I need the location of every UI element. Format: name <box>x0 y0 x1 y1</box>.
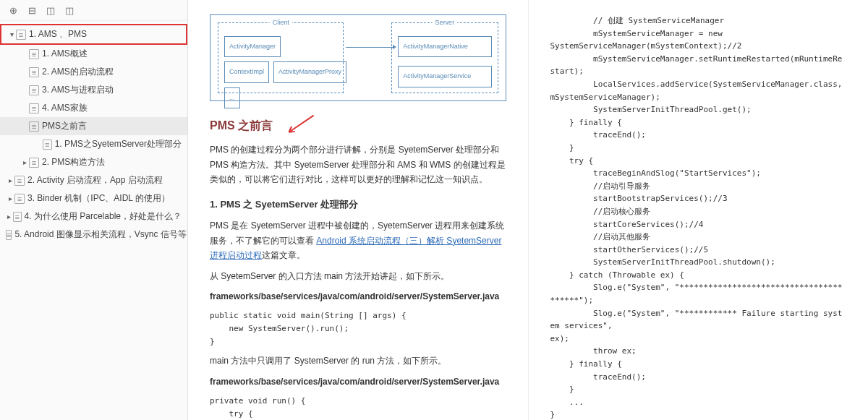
diagram-client-group: Client ActivityManager ContextImpl Activ… <box>218 22 344 93</box>
outline-item[interactable]: ▸≡2. PMS构造方法 <box>0 153 187 171</box>
outline-item-label: 4. AMS家族 <box>42 102 88 114</box>
diagram-client-label: Client <box>270 17 292 28</box>
subsection-heading: 1. PMS 之 SyetemServer 处理部分 <box>210 197 506 213</box>
document-icon: ≡ <box>14 194 25 204</box>
annotation-arrow-icon <box>280 111 320 142</box>
paragraph: main 方法中只调用了 SystemServer 的 run 方法，如下所示。 <box>210 353 506 368</box>
add-icon[interactable]: ⊕ <box>7 4 19 16</box>
expand-arrow-icon[interactable]: ▸ <box>6 213 13 220</box>
outline-item[interactable]: ≡PMS之前言 <box>0 117 187 135</box>
bookmark-icon[interactable]: ◫ <box>45 4 56 16</box>
outline-item-label: 1. PMS之SyetemServer处理部分 <box>55 138 182 150</box>
outline-item[interactable]: ≡4. AMS家族 <box>0 99 187 117</box>
document-icon: ≡ <box>29 49 39 59</box>
outline-item[interactable]: ▾≡1. AMS 、PMS <box>0 24 187 45</box>
document-icon: ≡ <box>29 67 39 77</box>
outline-item[interactable]: ≡1. AMS概述 <box>0 45 187 63</box>
code-block: // 创建 SystemServiceManager mSystemServic… <box>550 14 847 420</box>
diagram-box-amp: ActivityManagerProxy <box>273 61 346 82</box>
document-icon: ≡ <box>6 230 12 240</box>
expand-arrow-icon[interactable]: ▾ <box>7 30 16 38</box>
diagram-box-dots: ... <box>224 87 240 108</box>
content-left-column: Client ActivityManager ContextImpl Activ… <box>188 0 529 420</box>
sidebar: ⊕ ⊟ ◫ ◫ ▾≡1. AMS 、PMS≡1. AMS概述≡2. AMS的启动… <box>0 0 188 420</box>
paragraph: PMS 是在 SyetemServer 进程中被创建的，SyetemServer… <box>210 218 506 262</box>
outline-item-label: 3. AMS与进程启动 <box>42 84 114 96</box>
diagram-box-amn: ActivityManagerNative <box>398 36 491 57</box>
paragraph: 从 SyetemServer 的入口方法 main 方法开始讲起，如下所示。 <box>210 269 506 283</box>
expand-arrow-icon[interactable]: ▸ <box>20 158 29 166</box>
outline-item-label: 2. PMS构造方法 <box>42 156 105 168</box>
sidebar-toolbar: ⊕ ⊟ ◫ ◫ <box>0 0 187 21</box>
document-icon: ≡ <box>43 140 52 150</box>
document-icon: ≡ <box>14 176 25 186</box>
diagram-server-label: Server <box>433 17 458 28</box>
document-icon: ≡ <box>29 158 39 168</box>
content-area: Client ActivityManager ContextImpl Activ… <box>188 0 868 420</box>
architecture-diagram: Client ActivityManager ContextImpl Activ… <box>210 14 506 101</box>
diagram-box-ci: ContextImpl <box>224 61 269 82</box>
diagram-arrow-icon <box>346 47 393 48</box>
document-icon: ≡ <box>29 121 39 132</box>
outline-item-label: PMS之前言 <box>42 120 87 132</box>
outline-item[interactable]: ▸≡3. Binder 机制（IPC、AIDL 的使用） <box>0 189 187 207</box>
section-heading: PMS 之前言 <box>210 116 506 135</box>
paragraph: PMS 的创建过程分为两个部分进行讲解，分别是 SyetemServer 处理部… <box>210 142 506 187</box>
content-right-column: // 创建 SystemServiceManager mSystemServic… <box>529 0 869 420</box>
outline-item-label: 2. AMS的启动流程 <box>42 66 114 78</box>
diagram-box-ams: ActivityManagerService <box>398 66 491 87</box>
outline-item-label: 2. Activity 启动流程，App 启动流程 <box>27 174 163 187</box>
outline-item-label: 1. AMS概述 <box>42 48 88 60</box>
diagram-box-am: ActivityManager <box>224 36 281 57</box>
document-icon: ≡ <box>13 212 22 222</box>
code-path: frameworks/base/services/java/com/androi… <box>210 374 506 389</box>
code-block: public static void main(String [] args) … <box>210 309 506 348</box>
outline-item[interactable]: ≡1. PMS之SyetemServer处理部分 <box>0 135 187 153</box>
outline-item[interactable]: ≡2. AMS的启动流程 <box>0 63 187 81</box>
collapse-icon[interactable]: ⊟ <box>26 4 38 16</box>
outline-item-label: 3. Binder 机制（IPC、AIDL 的使用） <box>27 192 170 205</box>
outline-tree: ▾≡1. AMS 、PMS≡1. AMS概述≡2. AMS的启动流程≡3. AM… <box>0 21 187 420</box>
document-icon: ≡ <box>29 103 39 113</box>
document-icon: ≡ <box>29 85 39 95</box>
document-icon: ≡ <box>16 30 26 40</box>
code-block: private void run() { try { ... //创建消息Loo… <box>210 395 506 420</box>
outline-item-label: 4. 为什么使用 Parcelable，好处是什么？ <box>25 210 182 223</box>
bookmark2-icon[interactable]: ◫ <box>64 4 75 16</box>
outline-item-label: 5. Android 图像显示相关流程，Vsync 信号等 <box>14 228 186 241</box>
outline-item[interactable]: ≡3. AMS与进程启动 <box>0 81 187 99</box>
outline-item[interactable]: ≡5. Android 图像显示相关流程，Vsync 信号等 <box>0 226 187 244</box>
outline-item[interactable]: ▸≡2. Activity 启动流程，App 启动流程 <box>0 171 187 189</box>
expand-arrow-icon[interactable]: ▸ <box>6 176 14 184</box>
code-path: frameworks/base/services/java/com/androi… <box>210 289 506 304</box>
outline-item[interactable]: ▸≡4. 为什么使用 Parcelable，好处是什么？ <box>0 207 187 226</box>
diagram-server-group: Server ActivityManagerNative ActivityMan… <box>391 22 498 93</box>
expand-arrow-icon[interactable]: ▸ <box>6 194 14 202</box>
outline-item-label: 1. AMS 、PMS <box>29 28 87 40</box>
